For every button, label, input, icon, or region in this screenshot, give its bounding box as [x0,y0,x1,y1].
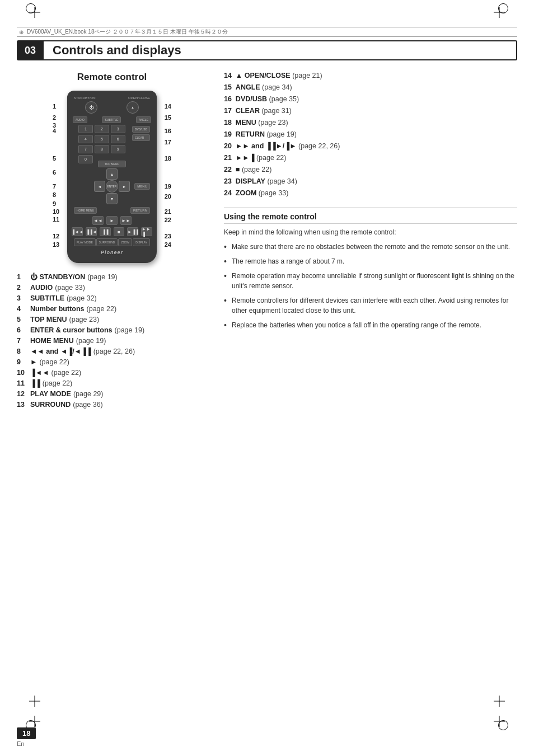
label-23: 23 [165,233,171,240]
left-column: Remote control 1 2 3 4 5 6 7 8 9 10 11 1… [17,66,207,722]
label-10: 10 [53,208,59,215]
label-5: 5 [53,155,56,162]
label-17: 17 [165,139,171,145]
subtitle-button[interactable]: SUBTITLE [102,116,121,123]
chapter-title: Controls and displays [44,40,517,60]
pause-button[interactable]: ▐▐ [100,227,111,236]
label-22: 22 [165,217,171,223]
bullet-item: Remote controllers for different devices… [224,295,517,316]
clear-button[interactable]: CLEAR [132,134,150,141]
prev-chapter-button[interactable]: ▐◄◄ [72,227,83,236]
numpad: 1 2 3 4 5 6 7 8 9 0 [74,125,130,163]
list-item: 17 CLEAR (page 31) [224,107,517,115]
top-buttons-row: ⏻ ▲ [72,101,152,114]
bullet-item: Replace the batteries when you notice a … [224,320,517,330]
list-item: 9 ► (page 22) [17,358,207,366]
dpad-right[interactable]: ► [119,181,130,192]
reg-circle-tr [498,3,508,13]
num-0-button[interactable]: 0 [78,155,93,163]
list-item: 18 MENU (page 23) [224,119,517,126]
label-20: 20 [165,193,171,200]
label-1: 1 [53,103,56,110]
label-21: 21 [165,208,171,215]
num-7-button[interactable]: 7 [78,145,93,153]
num-8-button[interactable]: 8 [95,145,109,153]
left-item-list: 1 ⏻ STANDBY/ON (page 19) 2 AUDIO (page 3… [17,273,207,408]
dpad-left[interactable]: ◄ [94,181,105,192]
list-item: 24 ZOOM (page 33) [224,189,517,197]
play-button[interactable]: ► [106,216,118,225]
fast-forward-button[interactable]: ►► [120,216,132,225]
label-16: 16 [165,128,171,134]
standby-button[interactable]: ⏻ [85,101,97,114]
page-number: 18 [17,727,36,739]
label-15: 15 [165,114,171,121]
dvd-usb-button[interactable]: DVD/USB [132,126,150,133]
label-6: 6 [53,169,56,176]
dpad-up[interactable]: ▲ [106,168,118,180]
play-mode-button[interactable]: PLAY MODE [74,238,96,246]
list-item: 19 RETURN (page 19) [224,130,517,138]
list-item: 11 ▐▐ (page 22) [17,379,207,387]
list-item: 15 ANGLE (page 34) [224,83,517,91]
reg-mark-bottom-l [29,696,40,707]
list-item: 22 ■ (page 22) [224,166,517,173]
num-6-button[interactable]: 6 [111,135,125,143]
audio-button[interactable]: AUDIO [73,116,87,123]
label-19: 19 [165,183,171,190]
chapter-header: 03 Controls and displays [17,40,517,60]
frame-back-button[interactable]: ▐▐◄ [86,227,97,236]
bullet-list: Make sure that there are no obstacles be… [224,242,517,330]
using-intro: Keep in mind the following when using th… [224,228,517,236]
chapter-num: 03 [17,40,44,60]
list-item: 13 SURROUND (page 36) [17,401,207,408]
remote-container: 1 2 3 4 5 6 7 8 9 10 11 12 13 14 15 16 1… [17,91,207,263]
remote-brand: Pioneer [72,250,152,255]
num-4-button[interactable]: 4 [78,135,93,143]
list-item: 7 HOME MENU (page 19) [17,337,207,345]
list-item: 6 ENTER & cursor buttons (page 19) [17,326,207,334]
label-8: 8 [53,191,56,198]
label-7: 7 [53,183,56,190]
surround-button[interactable]: SURROUND [96,238,118,246]
label-2: 2 [53,114,56,121]
transport-row: ◄◄ ► ►► [72,216,152,225]
main-content: Remote control 1 2 3 4 5 6 7 8 9 10 11 1… [17,66,517,722]
using-title: Using the remote control [224,212,517,224]
remote-illustration: STANDBY/ON OPEN/CLOSE ⏻ ▲ AUDIO SUBTITLE… [67,91,157,263]
reg-circle-tl [26,3,36,13]
top-menu-button[interactable]: TOP MENU [98,161,126,167]
bullet-item: Make sure that there are no obstacles be… [224,242,517,252]
num-3-button[interactable]: 3 [111,125,125,133]
angle-button[interactable]: ANGLE [136,116,151,123]
bottom-row: PLAY MODE SURROUND ZOOM DISPLAY [72,238,152,246]
open-close-button[interactable]: ▲ [127,101,139,114]
label-13: 13 [53,241,59,248]
label-4: 4 [53,128,56,134]
label-18: 18 [165,155,171,162]
enter-button[interactable]: ENTER [106,180,118,192]
home-menu-button[interactable]: HOME MENU [74,207,97,214]
display-button[interactable]: DISPLAY [133,238,150,246]
next-chapter-button[interactable]: ►► ▐ [141,227,152,236]
list-item: 4 Number buttons (page 22) [17,305,207,313]
frame-fwd-button[interactable]: ►▐▐ [127,227,138,236]
num-9-button[interactable]: 9 [111,145,125,153]
num-5-button[interactable]: 5 [95,135,109,143]
list-item: 21 ►►▐ (page 22) [224,154,517,162]
num-1-button[interactable]: 1 [78,125,93,133]
dpad-down[interactable]: ▼ [106,193,118,204]
label-12: 12 [53,233,59,240]
menu-button[interactable]: MENU [134,183,150,190]
remote-control-title: Remote control [17,72,207,83]
zoom-button[interactable]: ZOOM [118,238,132,246]
list-item: 23 DISPLAY (page 34) [224,177,517,185]
dpad: ▲ ▼ ◄ ► ENTER [94,168,130,204]
num-2-button[interactable]: 2 [95,125,109,133]
bullet-item: Remote operation may become unreliable i… [224,271,517,291]
dpad-container: TOP MENU MENU ▲ ▼ ◄ ► [72,168,152,204]
return-button[interactable]: RETURN [130,207,150,214]
list-item: 3 SUBTITLE (page 32) [17,294,207,302]
stop-button[interactable]: ■ [114,227,125,236]
rewind-button[interactable]: ◄◄ [92,216,104,225]
